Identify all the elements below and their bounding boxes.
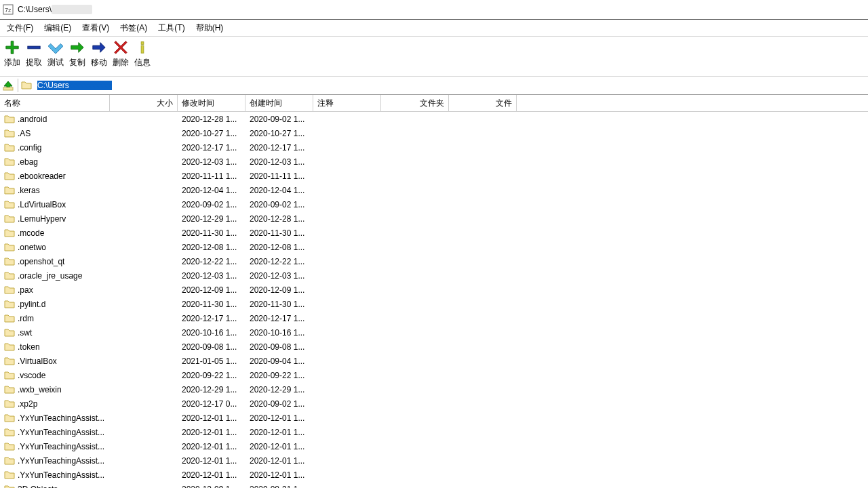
file-name: .keras [18,186,40,195]
cell-name: .swt [0,327,110,338]
col-name[interactable]: 名称 [0,95,110,111]
table-row[interactable]: .ebag2020-12-03 1...2020-12-03 1... [0,155,868,169]
menu-edit[interactable]: 编辑(E) [40,21,75,35]
folder-icon [4,157,15,167]
col-files[interactable]: 文件 [449,95,517,111]
cell-modified: 2020-12-03 1... [178,157,245,167]
menu-bookmark[interactable]: 书签(A) [116,21,151,35]
menu-view[interactable]: 查看(V) [78,21,113,35]
cell-created: 2020-12-03 1... [245,157,313,167]
table-row[interactable]: .YxYunTeachingAssist...2020-12-01 1...20… [0,439,868,453]
folder-icon [21,80,32,91]
cell-modified: 2020-12-01 1... [178,442,245,451]
col-comment[interactable]: 注释 [313,95,381,111]
table-row[interactable]: .VirtualBox2021-01-05 1...2020-09-04 1..… [0,354,868,368]
table-row[interactable]: .YxYunTeachingAssist...2020-12-01 1...20… [0,411,868,425]
file-name: .YxYunTeachingAssist... [18,456,104,466]
file-name: .mcode [18,228,44,238]
info-icon [134,39,151,56]
table-row[interactable]: .oracle_jre_usage2020-12-03 1...2020-12-… [0,268,868,283]
cell-created: 2020-11-30 1... [245,300,313,309]
folder-icon [4,455,15,466]
table-row[interactable]: .config2020-12-17 1...2020-12-17 1... [0,140,868,155]
address-bar: C:\Users\xxxxxxxxxx [0,77,868,95]
cell-modified: 2020-12-08 1... [178,243,245,252]
table-row[interactable]: .mcode2020-11-30 1...2020-11-30 1... [0,226,868,240]
col-modified[interactable]: 修改时间 [178,95,245,111]
folder-icon [4,384,15,395]
menu-help[interactable]: 帮助(H) [192,21,228,35]
file-name: 3D Objects [18,485,58,489]
cell-created: 2020-12-22 1... [245,257,313,266]
table-row[interactable]: .pylint.d2020-11-30 1...2020-11-30 1... [0,297,868,311]
toolbar-extract-button[interactable]: 提取 [23,39,45,68]
table-row[interactable]: .android2020-12-28 1...2020-09-02 1... [0,112,868,126]
table-row[interactable]: .pax2020-12-09 1...2020-12-09 1... [0,283,868,297]
toolbar-test-button[interactable]: 测试 [45,39,66,68]
svg-rect-4 [141,45,144,53]
table-row[interactable]: .vscode2020-09-22 1...2020-09-22 1... [0,368,868,382]
toolbar-add-button[interactable]: 添加 [1,39,23,68]
folder-icon [4,114,15,125]
folder-icon [4,285,15,296]
table-row[interactable]: .rdm2020-12-17 1...2020-12-17 1... [0,311,868,325]
file-name: .YxYunTeachingAssist... [18,470,104,480]
menu-tools[interactable]: 工具(T) [154,21,189,35]
table-row[interactable]: .ebookreader2020-11-11 1...2020-11-11 1.… [0,169,868,183]
address-input[interactable]: C:\Users\xxxxxxxxxx [35,79,867,92]
col-created[interactable]: 创建时间 [245,95,313,111]
table-row[interactable]: .onetwo2020-12-08 1...2020-12-08 1... [0,240,868,254]
cell-name: .oracle_jre_usage [0,270,110,281]
table-row[interactable]: .token2020-09-08 1...2020-09-08 1... [0,340,868,354]
file-name: .oracle_jre_usage [18,271,82,281]
cell-name: .ebag [0,157,110,167]
cell-created: 2020-12-04 1... [245,186,313,195]
table-row[interactable]: 3D Objects2020-12-09 1...2020-08-31 1... [0,482,868,488]
cell-modified: 2020-12-29 1... [178,385,245,394]
table-row[interactable]: .LdVirtualBox2020-09-02 1...2020-09-02 1… [0,197,868,211]
cell-name: .VirtualBox [0,356,110,367]
table-row[interactable]: .swt2020-10-16 1...2020-10-16 1... [0,325,868,340]
cell-modified: 2020-10-16 1... [178,328,245,338]
table-row[interactable]: .LemuHyperv2020-12-29 1...2020-12-28 1..… [0,211,868,226]
table-row[interactable]: .wxb_weixin2020-12-29 1...2020-12-29 1..… [0,382,868,396]
folder-icon [4,370,15,381]
toolbar-move-button[interactable]: 移动 [88,39,110,68]
cell-name: .AS [0,128,110,139]
folder-icon [4,185,15,196]
cell-created: 2020-12-01 1... [245,456,313,466]
folder-icon [4,484,15,489]
cell-created: 2020-12-01 1... [245,428,313,437]
folder-icon [4,171,15,182]
table-row[interactable]: .openshot_qt2020-12-22 1...2020-12-22 1.… [0,254,868,268]
table-row[interactable]: .YxYunTeachingAssist...2020-12-01 1...20… [0,425,868,439]
cell-modified: 2020-12-01 1... [178,456,245,466]
table-row[interactable]: .keras2020-12-04 1...2020-12-04 1... [0,183,868,197]
file-name: .token [18,342,40,352]
file-name: .onetwo [18,243,46,252]
col-folders[interactable]: 文件夹 [381,95,449,111]
app-icon: 7z [3,4,14,15]
up-button[interactable] [1,79,15,92]
file-list[interactable]: .android2020-12-28 1...2020-09-02 1....A… [0,112,868,488]
cell-created: 2020-09-02 1... [245,115,313,124]
table-row[interactable]: .AS2020-10-27 1...2020-10-27 1... [0,126,868,140]
table-row[interactable]: .YxYunTeachingAssist...2020-12-01 1...20… [0,468,868,482]
file-name: .android [18,115,47,124]
table-row[interactable]: .YxYunTeachingAssist...2020-12-01 1...20… [0,453,868,468]
cell-created: 2020-12-29 1... [245,385,313,394]
folder-icon [4,128,15,139]
toolbar-info-label: 信息 [134,57,151,68]
toolbar-info-button[interactable]: 信息 [132,39,153,68]
toolbar-copy-button[interactable]: 复制 [66,39,88,68]
menu-file[interactable]: 文件(F) [3,21,37,35]
toolbar-delete-button[interactable]: 删除 [110,39,132,68]
table-row[interactable]: .xp2p2020-12-17 0...2020-09-02 1... [0,396,868,411]
col-size[interactable]: 大小 [110,95,178,111]
file-name: .xp2p [18,399,37,409]
svg-text:7z: 7z [5,7,12,14]
file-name: .YxYunTeachingAssist... [18,413,104,423]
cell-modified: 2020-12-09 1... [178,485,245,489]
window-title: C:\Users\xxxxxxxxxx [18,5,92,14]
x-icon [113,39,129,56]
